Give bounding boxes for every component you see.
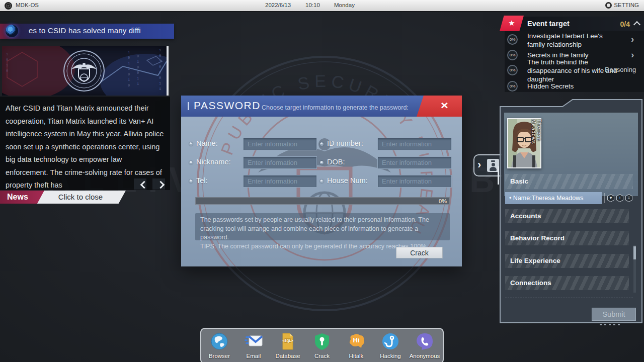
star-icon: ★ [508,19,515,27]
divider [505,298,633,298]
reasoning-tag: Reasoning [605,66,636,73]
event-target-header[interactable]: Event target 0/4 [505,17,644,31]
profile-panel: Theresa Meadows Basic • Name:Theresa Mea… [499,99,643,324]
dock-label: Email [237,353,270,359]
id-number-input[interactable] [377,138,452,150]
event-item-1[interactable]: Investigate Herbert Lee's family relatio… [527,32,603,49]
progress-badge: 0% [507,34,518,45]
dock-app-hitalk[interactable]: Hi Hitalk [340,332,372,359]
shield-key-icon [313,332,331,350]
chevron-right-icon [157,181,165,189]
field-label-name: Name: [196,139,218,147]
progress-value: 0% [439,198,447,205]
hitalk-chat-icon: Hi [347,332,365,350]
dock-app-anonymous[interactable]: Anonymous [409,332,441,359]
dialog-body: Name: ID number: Nickname: DOB: Tel: Hou… [181,117,462,266]
browser-globe-icon [210,332,228,350]
hi-glyph: Hi [347,336,365,344]
progress-badge: 0% [507,81,518,92]
chevron-left-icon [140,181,148,189]
chevron-right-icon[interactable]: › [631,51,634,58]
close-icon: × [441,99,448,112]
news-ticker[interactable]: es to CSID has solved many diffi [0,24,174,39]
title-accent-bar [188,102,189,110]
time-label: 10:10 [305,2,320,8]
news-globe-icon [6,25,18,37]
section-accounts[interactable]: Accounts [505,209,629,223]
section-connections[interactable]: Connections [505,276,629,290]
dob-input[interactable] [377,156,452,169]
top-bar: MDK-OS 2022/6/13 10:10 Monday SETTING [0,0,644,11]
news-article-text: After CSID and Titan Matrix announced th… [0,97,170,190]
bullet-icon [320,161,324,164]
weekday-label: Monday [334,2,355,8]
event-item-3[interactable]: The truth behind the disappearance of hi… [527,58,617,83]
divider [604,193,605,203]
section-basic[interactable]: Basic [505,174,633,189]
submit-button[interactable]: Submit [592,308,636,321]
mdk-os-screen: PUBLIC SECURITY BUREAU ALLIVIA B es to C… [0,0,644,362]
dock: Browser Email <SQL> Database Crack [200,328,444,362]
nickname-input[interactable] [243,156,317,169]
image-edge-bar [167,46,169,96]
name-input[interactable] [243,138,317,150]
house-num-input[interactable] [377,175,452,188]
dock-app-browser[interactable]: Browser [203,332,235,359]
field-label-id-number: ID number: [327,139,363,147]
dialog-header: PASSWORD Choose target information to ge… [181,96,462,117]
bullet-icon [189,161,193,164]
dock-label: Browser [203,353,235,359]
dock-label: Crack [306,353,338,359]
event-target-title: Event target [527,20,570,28]
bullet-icon [189,179,193,183]
field-label-dob: DOB: [327,158,345,166]
panel-edge-highlight [498,166,499,185]
tel-input[interactable] [243,175,317,188]
dock-app-database[interactable]: <SQL> Database [272,332,304,359]
section-life-experience[interactable]: Life Experience [505,254,629,268]
settings-gear-icon[interactable] [605,2,612,9]
field-label-tel: Tel: [196,176,208,185]
sql-badge: <SQL> [279,339,297,342]
event-item-4[interactable]: Hidden Secrets [527,82,574,90]
chevron-right-icon[interactable]: › [631,36,634,43]
dialog-title: PASSWORD [194,100,261,112]
password-dialog: PASSWORD Choose target information to ge… [181,96,462,266]
panel-dots-decoration [600,324,622,325]
os-logo-icon [5,2,12,10]
chevron-up-icon[interactable] [633,21,640,28]
news-close-tab[interactable]: Click to close [35,191,126,204]
scrollbar-thumb[interactable] [633,246,636,259]
ticker-text: es to CSID has solved many diffi [29,26,141,35]
dock-label: Hacking [374,353,407,359]
os-name: MDK-OS [16,2,39,8]
bullet-icon [189,142,193,146]
section-behavior-record[interactable]: Behavior Record [505,231,629,245]
settings-button[interactable]: SETTING [614,2,639,8]
news-prev-button[interactable] [134,178,146,190]
svg-text:1011010: 1011010 [128,50,130,87]
progress-badge: 0% [507,50,518,60]
dock-app-email[interactable]: Email [237,332,270,359]
field-label-house-num: House Num: [327,176,368,185]
crack-button[interactable]: Crack [396,247,443,258]
field-label-nickname: Nickname: [196,158,231,166]
dock-label: Database [272,353,304,359]
dock-label: Anonymous [409,353,441,359]
email-icon [245,332,263,350]
event-target-count: 0/4 [620,20,630,28]
news-article-image: 1011010 010011 10101011 1010 [2,46,167,96]
bullet-icon [320,179,324,183]
bullet-icon [320,142,324,146]
basic-name-entry[interactable]: • Name:Theresa Meadows [505,192,602,204]
chevron-right-icon: › [477,158,481,171]
dock-app-crack[interactable]: Crack [306,332,338,359]
close-button[interactable]: × [412,96,462,117]
dock-label: Hitalk [340,353,372,359]
news-next-button[interactable] [152,178,165,190]
anonymous-phone-icon [416,332,434,350]
news-tab: News [0,191,44,204]
fishhook-icon [381,332,399,350]
database-sql-icon: <SQL> [279,332,297,350]
dock-app-hacking[interactable]: Hacking [374,332,407,359]
